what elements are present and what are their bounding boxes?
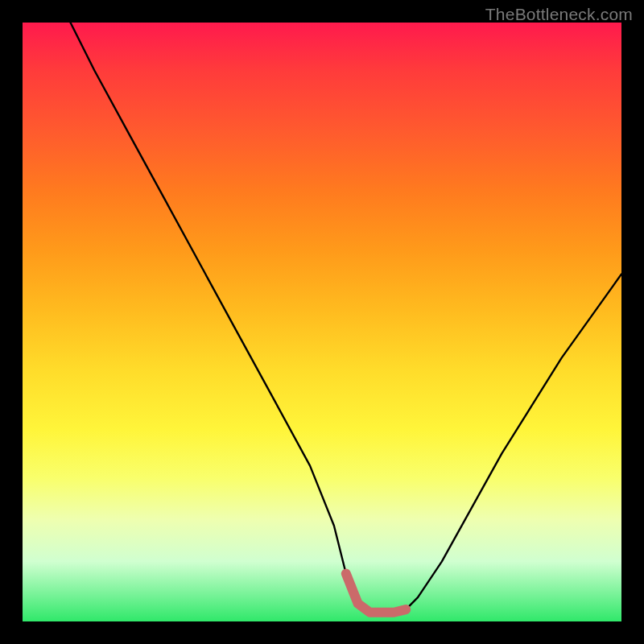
- chart-frame: TheBottleneck.com: [0, 0, 644, 644]
- gradient-plot-area: [23, 23, 621, 621]
- curve-overlay: [23, 23, 621, 621]
- bottleneck-curve: [71, 23, 622, 613]
- watermark-text: TheBottleneck.com: [485, 5, 633, 24]
- highlight-segment: [346, 574, 406, 613]
